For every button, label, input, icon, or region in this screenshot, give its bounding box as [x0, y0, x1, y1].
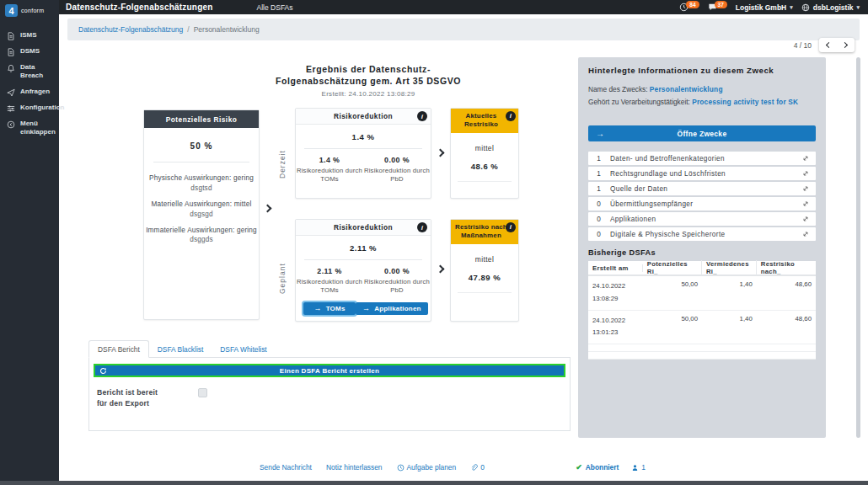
topbar-nav-alle-dsfas[interactable]: Alle DSFAs: [257, 3, 293, 12]
sidebar-item-label: Konfiguration: [20, 104, 64, 112]
divider: [458, 292, 512, 293]
user-dropdown[interactable]: dsbLogistik ▾: [801, 3, 860, 12]
sidebar-item-label: Data Breach: [20, 63, 56, 81]
plan-task-label: Aufgabe planen: [407, 463, 457, 472]
leave-note-link[interactable]: Notiz hinterlassen: [326, 463, 383, 472]
category-count: 1: [595, 170, 603, 178]
sidebar-item-dsms[interactable]: DSMS: [7, 47, 56, 56]
sidebar-item-anfragen[interactable]: Anfragen: [7, 88, 56, 97]
record-footer: Sende Nachricht Notiz hinterlassen Aufga…: [260, 463, 646, 472]
report-export-checkbox[interactable]: [198, 388, 207, 397]
category-row-legal-basis[interactable]: 1 Rechtsgrundlage und Löschfristen: [588, 167, 816, 180]
info-icon[interactable]: i: [417, 111, 427, 121]
sidebar-item-data-breach[interactable]: Data Breach: [7, 63, 56, 81]
subscribed-toggle[interactable]: ✔ Abonniert: [576, 463, 619, 472]
dsfa-report-panel: Einen DSFA Bericht erstellen Bericht ist…: [88, 357, 571, 431]
info-icon[interactable]: i: [417, 222, 427, 232]
category-row-data-categories[interactable]: 1 Daten- und Betroffenenkategorien: [588, 152, 816, 165]
history-table: Erstellt am Potenzielles Ri_ Vermiedenes…: [588, 261, 816, 360]
current-residual-risk-card: Aktuelles Restrisiko i mittel 48.6 %: [450, 108, 519, 199]
expand-icon[interactable]: [802, 216, 809, 222]
send-message-link[interactable]: Sende Nachricht: [260, 463, 312, 472]
impact-note: dsgtsd: [144, 184, 259, 194]
window-bottom-edge: [0, 481, 868, 485]
expand-icon[interactable]: [802, 170, 809, 177]
purpose-name-link[interactable]: Personalentwicklung: [650, 85, 723, 93]
sidebar-item-collapse-menu[interactable]: Menü einklappen: [7, 120, 56, 137]
impact-note: dsgsgd: [144, 210, 259, 220]
scrollbar[interactable]: [856, 57, 860, 438]
avoided-risk-cell: 1,40: [702, 280, 757, 306]
column-header[interactable]: Potenzielles Ri_: [643, 260, 702, 275]
subscriber-count: 1: [641, 463, 646, 472]
company-name: Logistik GmbH: [736, 3, 786, 12]
open-purposes-button[interactable]: → Öffne Zwecke: [588, 125, 816, 141]
expand-icon[interactable]: [802, 200, 809, 207]
impact-label: Materielle Auswirkungen: mittel: [144, 200, 259, 210]
notification-count-badge: 84: [686, 1, 699, 8]
category-row-recipients[interactable]: 0 Übermittlungsempfänger: [588, 197, 816, 211]
table-row[interactable]: 24.10.2022 13:01:23 50,00 1,40 48,60: [588, 311, 816, 345]
sidebar-item-isms[interactable]: ISMS: [7, 31, 56, 40]
messages-button[interactable]: 37: [708, 3, 727, 12]
topbar-right: 84 37 Logistik GmbH ▾ dsbLogistik ▾: [679, 3, 860, 12]
sliders-icon: [7, 104, 15, 113]
subscribed-label: Abonniert: [586, 463, 619, 472]
tab-dsfa-blacklist[interactable]: DSFA Blacklist: [149, 340, 212, 358]
category-label: Quelle der Daten: [610, 185, 795, 193]
divider: [458, 181, 512, 182]
toms-button-label: TOMs: [326, 305, 346, 312]
app-logo[interactable]: 4 conform: [0, 0, 59, 21]
toms-label: Risikoreduktion durch TOMs: [296, 167, 363, 184]
next-page-button[interactable]: [837, 38, 855, 52]
processing-activity-link[interactable]: Processing activity test for SK: [692, 98, 798, 106]
attachments-link[interactable]: 0: [470, 463, 485, 472]
prev-page-button[interactable]: [819, 38, 837, 52]
subscribers-count[interactable]: 1: [631, 463, 646, 472]
toms-column: 1.4 % Risikoreduktion durch TOMs: [296, 156, 363, 184]
breadcrumb-parent-link[interactable]: Datenschutz-Folgenabschätzung: [78, 25, 183, 34]
tab-dsfa-bericht[interactable]: DSFA Bericht: [88, 340, 149, 358]
category-label: Applikationen: [610, 216, 795, 223]
category-row-applications[interactable]: 0 Applikationen: [588, 212, 816, 226]
plan-task-link[interactable]: Aufgabe planen: [397, 463, 457, 472]
category-row-storage-locations[interactable]: 0 Digitale & Physische Speicherorte: [588, 227, 816, 241]
date: 24.10.2022: [592, 280, 639, 293]
category-count: 1: [595, 155, 603, 163]
info-icon[interactable]: i: [506, 111, 516, 121]
create-report-button[interactable]: Einen DSFA Bericht erstellen: [94, 364, 565, 377]
table-row[interactable]: 24.10.2022 13:08:29 50,00 1,40 48,60: [588, 276, 816, 311]
company-dropdown[interactable]: Logistik GmbH ▾: [736, 3, 793, 12]
column-header[interactable]: Restrisiko nach_: [757, 260, 816, 275]
category-row-data-source[interactable]: 1 Quelle der Daten: [588, 182, 816, 195]
breadcrumb-separator: /: [187, 25, 189, 34]
chevron-right-icon: [264, 205, 272, 213]
notifications-button[interactable]: 84: [679, 3, 699, 12]
risk-reduction-total: 1.4 %: [296, 132, 431, 141]
app-window: 4 conform ISMS DSMS Data Breach Anfragen: [0, 0, 868, 485]
toms-value: 2.11 %: [296, 267, 363, 275]
risk-reduction-columns: 1.4 % Risikoreduktion durch TOMs 0.00 % …: [296, 156, 431, 184]
category-label: Digitale & Physische Speicherorte: [610, 231, 795, 238]
purpose-name-line: Name des Zwecks: Personalentwicklung: [588, 85, 816, 93]
expand-icon[interactable]: [802, 185, 809, 192]
residual-after-measures-title: Restrisiko nach Maßnahmen: [455, 223, 507, 239]
applikationen-button[interactable]: → Applikationen: [356, 302, 428, 315]
potential-risk-card: Potenzielles Risiko 50 % Physische Auswi…: [143, 109, 260, 320]
empty-table-row: [588, 344, 816, 352]
potential-risk-cell: 50,00: [643, 280, 702, 306]
residual-risk-value: 47.89 %: [451, 273, 518, 282]
tab-dsfa-whitelist[interactable]: DSFA Whitelist: [212, 340, 275, 358]
sidebar-item-konfiguration[interactable]: Konfiguration: [7, 104, 56, 113]
processing-activity-label: Gehört zu Verarbeitungstätigkeit:: [588, 98, 690, 106]
info-icon[interactable]: i: [506, 222, 516, 232]
expand-icon[interactable]: [802, 231, 809, 237]
report-export-row: Bericht ist bereit für den Export: [97, 387, 207, 408]
refresh-icon: [99, 367, 107, 375]
expand-icon[interactable]: [802, 155, 809, 162]
toms-button[interactable]: → TOMs: [303, 302, 356, 315]
column-header[interactable]: Erstellt am: [588, 264, 643, 272]
column-header[interactable]: Vermiedenes Ri_: [702, 260, 757, 275]
document-icon: [7, 32, 15, 40]
history-title: Bisherige DSFAs: [588, 248, 816, 257]
